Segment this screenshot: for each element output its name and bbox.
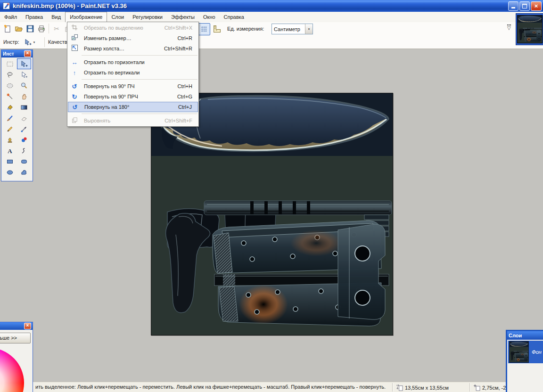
tool-dropdown-arrow-icon: ▼ (33, 41, 36, 44)
menu-item-canvas-size[interactable]: Размер холста… Ctrl+Shift+R (68, 43, 198, 54)
rectangle-select-icon (6, 60, 14, 68)
unit-label: Ед. измерения: (227, 26, 264, 32)
current-tool-button[interactable]: ▼ (21, 37, 39, 48)
restore-button[interactable] (519, 1, 530, 11)
tool-line-curve[interactable] (17, 145, 31, 156)
tool-eraser[interactable] (17, 113, 31, 123)
menu-item-flip-horizontal[interactable]: ↔ Отразить по горизонтали (68, 57, 198, 67)
flatten-icon (68, 117, 81, 125)
colors-window-titlebar[interactable]: × (0, 322, 33, 330)
menu-help[interactable]: Справка (220, 12, 248, 22)
colors-more-button[interactable]: Больше >> (0, 333, 31, 343)
canvas-size-icon (68, 44, 81, 53)
restore-icon (522, 4, 527, 8)
menu-edit[interactable]: Правка (21, 12, 47, 22)
tool-recolor[interactable] (17, 134, 31, 145)
tool-gradient[interactable] (17, 102, 31, 113)
toolbar-separator (44, 37, 45, 47)
tools-window-titlebar[interactable]: Инст × (1, 50, 33, 57)
menu-item-flatten[interactable]: Выровнять Ctrl+Shift+F (68, 115, 198, 126)
clone-stamp-icon (6, 136, 14, 144)
color-wheel[interactable] (0, 348, 24, 392)
window-title: knifeskin.bmp (100%) - Paint.NET v3.36 (13, 2, 127, 9)
menu-adjustments[interactable]: Регулировки (128, 12, 167, 22)
tool-ellipse[interactable] (3, 167, 17, 178)
colors-window: × Больше >> (0, 322, 33, 392)
menu-view[interactable]: Вид (47, 12, 65, 22)
layers-window-titlebar[interactable]: Слои (507, 331, 543, 340)
tools-close-button[interactable]: × (24, 50, 31, 57)
ellipse-select-icon (6, 82, 14, 90)
freeform-shape-icon (20, 169, 28, 176)
menu-layers[interactable]: Слои (107, 12, 128, 22)
open-file-button[interactable] (13, 23, 25, 34)
tool-move-selection[interactable] (17, 69, 31, 80)
print-icon (37, 24, 46, 33)
minimize-icon (511, 7, 515, 8)
tool-ellipse-select[interactable] (3, 80, 17, 91)
ruler-icon (213, 25, 221, 33)
status-bar: ить выделенное: Левый клик+перемещать - … (0, 382, 543, 392)
menu-file[interactable]: Файл (0, 12, 21, 22)
close-icon: × (26, 323, 29, 328)
status-message: ить выделенное: Левый клик+перемещать - … (35, 384, 386, 390)
image-canvas[interactable] (151, 93, 393, 335)
tool-move-selected-pixels[interactable] (17, 58, 31, 69)
crop-icon (68, 24, 81, 32)
tool-zoom[interactable] (17, 80, 31, 91)
tool-freeform-shape[interactable] (17, 167, 31, 178)
eyedropper-icon (20, 125, 28, 133)
close-icon: × (26, 50, 29, 56)
menu-item-flip-vertical[interactable]: ↑ Отразить по вертикали (68, 67, 198, 78)
ellipse-shape-icon (6, 169, 14, 176)
tool-paint-bucket[interactable] (3, 102, 17, 113)
open-image-thumbnail[interactable] (516, 13, 543, 45)
tool-color-picker[interactable] (17, 123, 31, 134)
unit-select[interactable]: Сантиметр ▼ (272, 24, 313, 34)
menu-window[interactable]: Окно (199, 12, 220, 22)
rotate-180-icon: ↺ (68, 104, 82, 111)
tool-lasso-select[interactable] (3, 69, 17, 80)
new-file-icon (3, 24, 12, 33)
move-tool-icon (20, 60, 28, 68)
tool-rectangle-select[interactable] (3, 58, 17, 69)
tool-rectangle[interactable] (3, 156, 17, 167)
menu-item-crop-to-selection[interactable]: Обрезать по выделению Ctrl+Shift+X (68, 23, 198, 33)
layer-row-background[interactable]: Фон (508, 341, 543, 363)
tool-pan[interactable] (17, 91, 31, 102)
minimize-button[interactable] (508, 1, 518, 11)
layers-window-title: Слои (509, 333, 543, 338)
new-file-button[interactable] (2, 23, 13, 34)
text-icon: A (6, 147, 14, 155)
cursor-position-panel: 2,75см, -2 (473, 384, 506, 391)
lasso-icon (6, 71, 14, 79)
menu-item-rotate-180[interactable]: ↺ Повернуть на 180° Ctrl+J (68, 102, 198, 112)
selection-size-value: 13,55см x 13,55см (405, 385, 449, 391)
menu-image[interactable]: Изображение (65, 12, 107, 22)
menu-item-rotate-90-cw[interactable]: ↺ Повернуть на 90° ПЧ Ctrl+H (68, 81, 198, 91)
ruler-toggle-button[interactable] (211, 23, 222, 34)
menu-item-rotate-90-ccw[interactable]: ↻ Повернуть на 90° ПРЧ Ctrl+G (68, 91, 198, 102)
tool-magic-wand[interactable] (3, 91, 17, 102)
tool-paintbrush[interactable] (3, 113, 17, 123)
menu-separator (82, 79, 197, 80)
save-button[interactable] (25, 23, 36, 34)
title-bar[interactable]: knifeskin.bmp (100%) - Paint.NET v3.36 × (0, 0, 543, 12)
grid-toggle-button[interactable] (198, 23, 210, 35)
menu-item-resize[interactable]: Изменить размер… Ctrl+R (68, 33, 198, 43)
close-icon: × (535, 3, 538, 9)
colors-close-button[interactable]: × (24, 323, 31, 329)
close-button[interactable]: × (531, 1, 542, 11)
tool-text[interactable]: A (3, 145, 17, 156)
cut-button[interactable]: ✂ (51, 23, 62, 34)
image-list-overflow-icon[interactable]: ▽ (507, 24, 511, 31)
move-selection-icon (20, 71, 28, 79)
flip-horizontal-icon: ↔ (68, 59, 81, 66)
tool-rounded-rectangle[interactable] (17, 156, 31, 167)
open-folder-icon (15, 24, 23, 33)
print-button[interactable] (36, 23, 47, 34)
tool-pencil[interactable] (3, 123, 17, 134)
menu-effects[interactable]: Эффекты (167, 12, 199, 22)
status-separator (469, 383, 470, 392)
tool-clone-stamp[interactable] (3, 134, 17, 145)
